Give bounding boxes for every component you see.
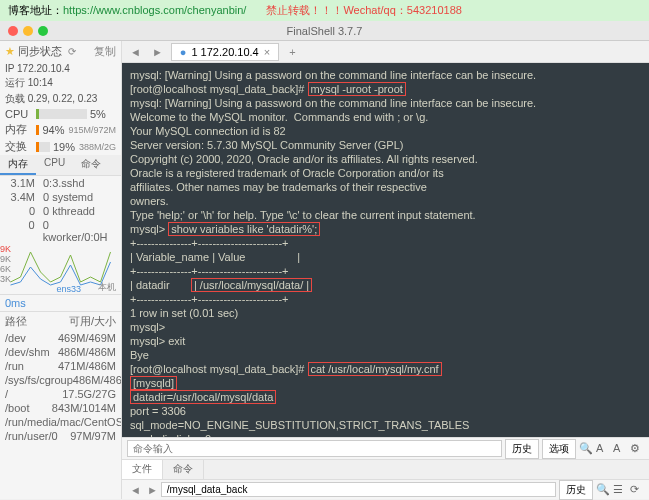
command-input-bar: 历史 选项 🔍 A A ⚙ <box>122 437 649 459</box>
dot-icon: ● <box>180 46 187 58</box>
history-button[interactable]: 历史 <box>505 439 539 459</box>
copy-button[interactable]: 复制 <box>94 44 116 59</box>
window-controls <box>0 26 48 36</box>
path-fwd-icon[interactable]: ► <box>144 484 161 496</box>
maximize-window-button[interactable] <box>38 26 48 36</box>
disk-row[interactable]: /run471M/486M <box>0 359 121 373</box>
process-row[interactable]: 3.1M0:3.sshd <box>0 176 121 190</box>
disk-row[interactable]: /run/user/097M/97M <box>0 429 121 443</box>
load-avg: 负载 0.29, 0.22, 0.23 <box>0 91 121 107</box>
cpu-metric: CPU5% <box>0 107 121 121</box>
disk-row[interactable]: /17.5G/27G <box>0 387 121 401</box>
options-button[interactable]: 选项 <box>542 439 576 459</box>
process-row[interactable]: 00 kworker/0:0H <box>0 218 121 244</box>
command-input[interactable] <box>127 440 502 457</box>
process-row[interactable]: 00 kthreadd <box>0 204 121 218</box>
path-back-icon[interactable]: ◄ <box>127 484 144 496</box>
refresh-folder-icon[interactable]: ⟳ <box>630 483 644 497</box>
add-tab-button[interactable]: + <box>284 46 300 58</box>
sync-status-label: 同步状态 <box>18 44 62 59</box>
network-chart: 9K 9K 6K 3K ens33 本机 <box>0 244 121 294</box>
tab-cpu[interactable]: CPU <box>36 155 73 175</box>
search-icon[interactable]: 🔍 <box>579 442 593 456</box>
sidebar: ★同步状态⟳复制 IP 172.20.10.4 运行 10:14 负载 0.29… <box>0 41 122 499</box>
disk-row[interactable]: /run/media/mac/CentOS0/4.5G <box>0 415 121 429</box>
process-tabs: 内存CPU命令 <box>0 155 121 176</box>
blog-url[interactable]: https://www.cnblogs.com/chenyanbin/ <box>63 4 246 16</box>
path-bar: ◄ ► 历史 🔍 ☰ ⟳ <box>122 479 649 499</box>
nav-fwd-icon[interactable]: ► <box>149 46 166 58</box>
disk-row[interactable]: /sys/fs/cgroup486M/486M <box>0 373 121 387</box>
disk-header: 路径可用/大小 <box>0 311 121 331</box>
hl-datadir-val: | /usr/local/mysql/data/ | <box>191 278 312 292</box>
zoom-in-icon[interactable]: A <box>596 442 610 456</box>
close-tab-icon[interactable]: × <box>264 46 270 58</box>
tab-files[interactable]: 文件 <box>122 460 163 479</box>
tab-cmd[interactable]: 命令 <box>73 155 109 175</box>
banner-warning: 禁止转载！！！Wechat/qq：543210188 <box>266 3 461 18</box>
disk-row[interactable]: /dev/shm486M/486M <box>0 345 121 359</box>
blog-label: 博客地址： <box>8 4 63 16</box>
tab-commands[interactable]: 命令 <box>163 460 204 479</box>
hl-datadir-cnf: datadir=/usr/local/mysql/data <box>130 390 276 404</box>
hl-cat-cnf: cat /usr/local/mysql/my.cnf <box>308 362 442 376</box>
minimize-window-button[interactable] <box>23 26 33 36</box>
nav-back-icon[interactable]: ◄ <box>127 46 144 58</box>
star-icon: ★ <box>5 45 15 58</box>
list-view-icon[interactable]: ☰ <box>613 483 627 497</box>
hl-mysqld: [mysqld] <box>130 376 177 390</box>
top-banner: 博客地址：https://www.cnblogs.com/chenyanbin/… <box>0 0 649 21</box>
window-titlebar: FinalShell 3.7.7 <box>0 21 649 41</box>
disk-row[interactable]: /dev469M/469M <box>0 331 121 345</box>
memory-metric: 内存94%915M/972M <box>0 121 121 138</box>
bottom-tabs: 文件 命令 <box>122 459 649 479</box>
path-history-button[interactable]: 历史 <box>559 480 593 500</box>
hl-show-vars: show variables like 'datadir%'; <box>168 222 320 236</box>
terminal-output[interactable]: mysql: [Warning] Using a password on the… <box>122 63 649 437</box>
path-input[interactable] <box>161 482 556 497</box>
refresh-icon[interactable]: ⟳ <box>65 46 79 57</box>
process-row[interactable]: 3.4M0 systemd <box>0 190 121 204</box>
zoom-out-icon[interactable]: A <box>613 442 627 456</box>
settings-icon[interactable]: ⚙ <box>630 442 644 456</box>
ip-address: IP 172.20.10.4 <box>0 62 121 75</box>
path-search-icon[interactable]: 🔍 <box>596 483 610 497</box>
app-title: FinalShell 3.7.7 <box>287 25 363 37</box>
terminal-tab[interactable]: ●1 172.20.10.4× <box>171 43 279 61</box>
disk-row[interactable]: /boot843M/1014M <box>0 401 121 415</box>
terminal-tabbar: ◄ ► ●1 172.20.10.4× + <box>122 41 649 63</box>
tab-memory[interactable]: 内存 <box>0 155 36 175</box>
uptime: 运行 10:14 <box>0 75 121 91</box>
close-window-button[interactable] <box>8 26 18 36</box>
swap-metric: 交换19%388M/2G <box>0 138 121 155</box>
hl-mysql-login: mysql -uroot -proot <box>308 82 406 96</box>
